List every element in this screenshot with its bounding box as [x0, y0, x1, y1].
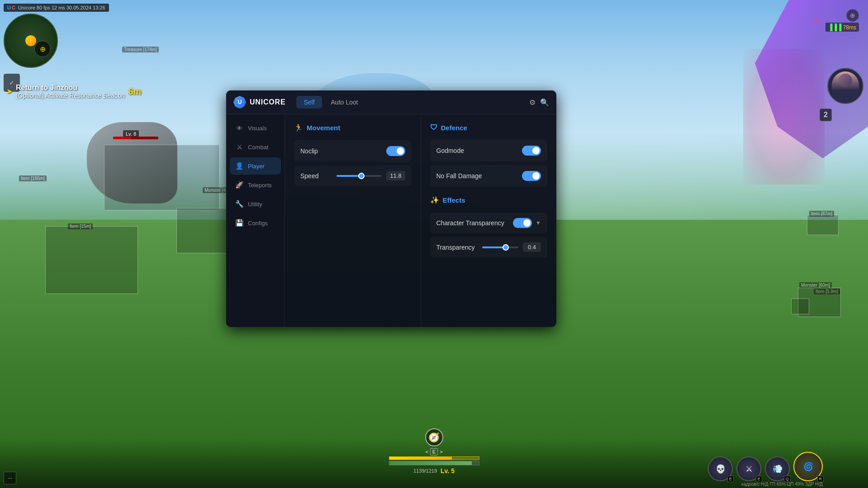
alert-icon: ⚠ [814, 15, 821, 25]
skill-key-r: R [817, 476, 824, 482]
movement-section-icon: 🏃 [294, 123, 303, 132]
compass-circle: 🧭 [425, 428, 443, 446]
quest-subtitle: (Optional) Activate Resonance Beacon [16, 92, 124, 99]
godmode-toggle[interactable] [522, 146, 541, 156]
hp-bar-fill [389, 461, 472, 465]
sidebar-item-utility[interactable]: 🔧 Utility [230, 195, 281, 213]
quest-panel: ➤ Return to Jinzhou (Optional) Activate … [7, 84, 141, 99]
movement-title: Movement [307, 124, 340, 132]
nav-icon-top: ⊕ [846, 9, 859, 22]
no-fall-damage-row: No Fall Damage [430, 165, 548, 187]
map-badge: 2 [820, 109, 832, 121]
char-transparency-controls: ▼ [513, 218, 541, 228]
noclip-row: Noclip [294, 140, 412, 162]
defence-effects-section: 🛡 Defence Godmode No Fall Damage [421, 114, 557, 327]
item-186m-label: Item [186m] [19, 175, 47, 181]
skill-icon-symbol: 💀 [716, 464, 726, 474]
skill-icon-1[interactable]: 💀 E [708, 456, 733, 481]
transparency-row: Transparency 0.4 [430, 237, 548, 257]
sidebar-label-utility: Utility [248, 201, 262, 208]
skill-key-e1: E [727, 476, 734, 482]
logo-letter: U [238, 99, 242, 105]
skill-icon-4[interactable]: 🌀 R [793, 452, 823, 481]
teleports-icon: 🚀 [235, 181, 243, 189]
movement-header: 🏃 Movement [294, 123, 412, 132]
top-right-hud: ⚠ ⊕ ▐▐▐ 78ms [814, 9, 859, 32]
item-box-87m [807, 215, 839, 235]
nav-e: E [430, 448, 438, 455]
exp-nav: < E > [425, 448, 442, 455]
ui-panel: U UNICORE Self Auto Loot ⚙ 🔍 👁 Visuals ⚔… [226, 90, 556, 327]
movement-section: 🏃 Movement Noclip Speed [285, 114, 421, 327]
monster-health-bar [113, 137, 158, 139]
item-box-small [791, 298, 809, 314]
ping-value: 78ms [843, 24, 856, 31]
skill-icon-symbol-4: 🌀 [803, 462, 813, 472]
skill-icon-symbol-2: ⚔ [745, 464, 753, 474]
sidebar-item-teleports[interactable]: 🚀 Teleports [230, 176, 281, 194]
panel-sidebar: 👁 Visuals ⚔ Combat 👤 Player 🚀 Teleports … [226, 114, 285, 327]
effects-title: Effects [443, 196, 465, 204]
speed-track[interactable] [337, 175, 382, 177]
skill-icon-3[interactable]: 💨 Q [765, 456, 790, 481]
hud-top-left: U C Unicore 80 fps 12 ms 30.05.2024 13:2… [4, 4, 109, 72]
signal-icon: ▐▐▐ [828, 24, 842, 31]
sidebar-label-visuals: Visuals [248, 125, 267, 132]
skill-icon-2[interactable]: ⚔ E [736, 456, 761, 481]
noclip-label: Noclip [300, 147, 318, 155]
speed-thumb[interactable] [358, 173, 365, 179]
godmode-toggle-knob [532, 147, 540, 154]
stats-text: кадров/с Н/Д ГП 65% ЦП 49% ЗДР Н/Д [741, 482, 823, 487]
speed-label: Speed [300, 172, 318, 180]
player-level: Lv. 5 [441, 467, 455, 474]
transparency-label: Transparency [436, 244, 475, 251]
speed-row: Speed 11.8 [294, 166, 412, 186]
noclip-toggle-knob [397, 147, 404, 155]
hp-text: 1139/1219 [413, 468, 437, 474]
skill-key-e2: E [756, 476, 762, 482]
visuals-icon: 👁 [235, 124, 243, 132]
transparency-slider-container: 0.4 [482, 242, 541, 252]
noclip-toggle[interactable] [386, 146, 405, 156]
sidebar-item-player[interactable]: 👤 Player [230, 157, 281, 175]
nav-right: > [440, 449, 442, 455]
settings-icon[interactable]: ⚙ [529, 98, 536, 107]
minimap-container: ↑ ⊕ [4, 14, 62, 72]
panel-header: U UNICORE Self Auto Loot ⚙ 🔍 [226, 90, 556, 114]
panel-title: UNICORE [250, 98, 285, 106]
panel-tabs: Self Auto Loot [296, 96, 522, 109]
panel-header-icons: ⚙ 🔍 [529, 98, 549, 107]
item-box-2 [176, 208, 231, 253]
fps-text: Unicore 80 fps 12 ms 30.05.2024 13:26 [18, 5, 105, 10]
panel-content: 🏃 Movement Noclip Speed [285, 114, 556, 327]
item-box-1 [104, 145, 219, 210]
hp-level-row: 1139/1219 Lv. 5 [413, 467, 455, 474]
transparency-thumb[interactable] [503, 244, 509, 251]
speed-slider-container: 11.8 [337, 171, 405, 180]
sidebar-item-configs[interactable]: 💾 Configs [230, 214, 281, 232]
tab-auto-loot[interactable]: Auto Loot [324, 96, 365, 109]
sidebar-label-player: Player [248, 163, 265, 170]
item-box-3 [45, 226, 138, 294]
sidebar-item-visuals[interactable]: 👁 Visuals [230, 120, 281, 137]
hp-bar [389, 461, 479, 465]
char-transparency-row: Character Transparency ▼ [430, 213, 548, 233]
skill-key-q: Q [784, 476, 791, 482]
treasure-label: Treasure [174m] [122, 47, 159, 52]
exp-bar-container: < E > 1139/1219 Lv. 5 [389, 448, 479, 474]
transparency-track[interactable] [482, 246, 518, 248]
compass: 🧭 < E > 1139/1219 Lv. 5 [389, 428, 479, 474]
utility-icon: 🔧 [235, 200, 243, 208]
defence-title: Defence [441, 124, 467, 132]
char-transparency-toggle[interactable] [513, 218, 532, 228]
char-transparency-chevron[interactable]: ▼ [536, 220, 541, 226]
no-fall-damage-toggle[interactable] [522, 171, 541, 181]
tab-self[interactable]: Self [296, 96, 322, 109]
task-icon-dots[interactable]: ··· [4, 472, 16, 484]
uc-badge: U C [7, 5, 15, 10]
bottom-task-bar: ··· [4, 472, 16, 484]
sidebar-item-combat[interactable]: ⚔ Combat [230, 138, 281, 156]
sidebar-label-combat: Combat [248, 144, 269, 151]
transparency-value: 0.4 [523, 242, 541, 252]
search-icon[interactable]: 🔍 [540, 98, 549, 107]
